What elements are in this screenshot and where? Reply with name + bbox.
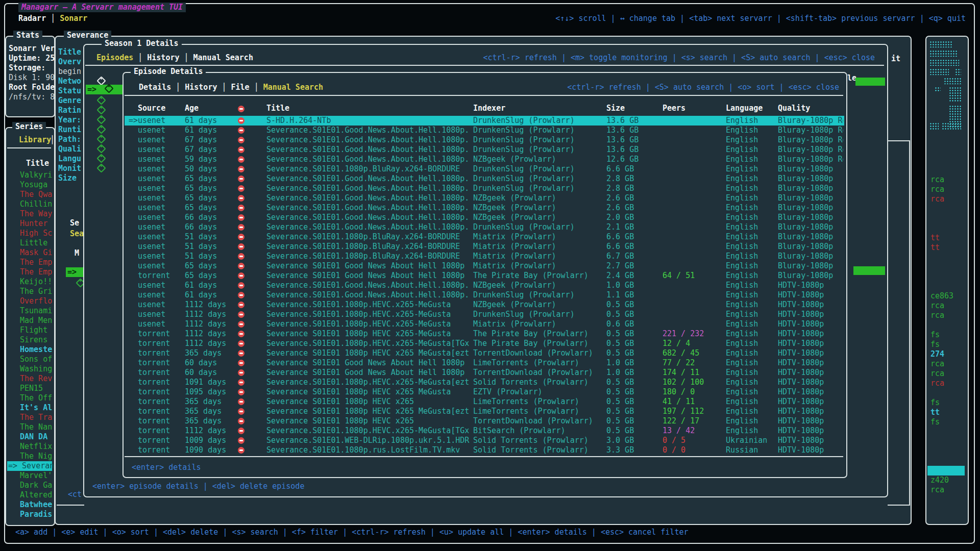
episode-row[interactable]: [98, 155, 105, 164]
series-item[interactable]: Dark Ga: [20, 481, 52, 490]
episode-row[interactable]: [98, 135, 105, 145]
release-row[interactable]: torrent365 daysSeverance S01E01 1080p HE…: [125, 407, 844, 416]
release-row[interactable]: torrent1112 daysSeverance.S01E01.1080p.H…: [125, 426, 844, 436]
release-row[interactable]: usenet65 daysSeverance S01E01 Good News …: [125, 261, 844, 271]
release-row[interactable]: usenet1112 daysSeverance.S01E01.1080p.HE…: [125, 319, 844, 329]
series-item[interactable]: Overflo: [20, 296, 52, 306]
release-indexer: NZBgeek (Prowlarr): [473, 193, 556, 203]
release-row[interactable]: usenet65 daysSeverance.S01E01.Good.News.…: [125, 174, 844, 184]
tag-icon: [96, 105, 106, 114]
tag-icon: [96, 154, 106, 163]
episode-row[interactable]: [98, 145, 105, 155]
release-row[interactable]: usenet67 daysSeverance.S01E01.Good.News.…: [125, 145, 844, 155]
modal-tab-history[interactable]: History: [185, 83, 217, 92]
series-item[interactable]: Washing: [20, 364, 52, 374]
episode-row[interactable]: [98, 106, 105, 116]
series-item[interactable]: Marvel': [20, 471, 52, 481]
series-item[interactable]: Homeste: [20, 345, 52, 355]
release-row[interactable]: usenet66 daysSeverance.S01E01.Good.News.…: [125, 222, 844, 232]
release-row[interactable]: usenet50 daysSeverance.S01E01.1080p.BluR…: [125, 164, 844, 174]
release-row[interactable]: usenet65 daysSeverance.S01E01.Good.News.…: [125, 203, 844, 213]
release-row[interactable]: torrent365 daysSeverance S01E01 1080p HE…: [125, 397, 844, 407]
series-item[interactable]: The Nig: [20, 452, 52, 461]
tab-library[interactable]: Library: [19, 135, 51, 145]
release-size: 0.5 GB: [606, 378, 634, 387]
release-row[interactable]: usenet61 daysSeverance.S01E01.Good.News.…: [125, 126, 844, 135]
series-item[interactable]: The Rev: [20, 374, 52, 384]
series-item[interactable]: PEN15: [20, 384, 43, 393]
release-language: English: [726, 348, 758, 358]
series-item[interactable]: Mad Men: [20, 316, 52, 325]
season-tab-history[interactable]: History: [147, 53, 179, 62]
series-item[interactable]: Altered: [20, 490, 52, 500]
modal-tab-manual-search[interactable]: Manual Search: [263, 83, 323, 92]
series-item[interactable]: The Gri: [20, 287, 52, 296]
series-item[interactable]: Tsunami: [20, 306, 52, 316]
release-row[interactable]: usenet65 daysSeverance.S01E01.Good.News.…: [125, 193, 844, 203]
release-row[interactable]: torrent365 daysSeverance S01E01 1080p HE…: [125, 416, 844, 426]
tab-radarr[interactable]: Radarr: [18, 14, 46, 23]
series-item[interactable]: Paradis: [20, 510, 52, 519]
release-row[interactable]: torrent1112 daysSeverance.S01E01.1080p.H…: [125, 339, 844, 348]
release-row[interactable]: torrent60 daysSeverance S01E01 Good News…: [125, 358, 844, 368]
series-item-selected[interactable]: => Severan: [7, 461, 52, 471]
release-row[interactable]: usenet61 daysSeverance.S01E01.Good.News.…: [125, 290, 844, 300]
series-item[interactable]: The Way: [20, 209, 52, 219]
series-item[interactable]: Keijo!!: [20, 277, 52, 287]
series-item[interactable]: Yosuga: [20, 180, 47, 190]
series-item[interactable]: Chillin: [20, 199, 52, 209]
series-item[interactable]: Sirens: [20, 335, 47, 345]
release-row[interactable]: torrent1112 daysSeverance S01E01 1080p H…: [125, 329, 844, 339]
release-row[interactable]: torrent1091 daysSeverance.S01E01.1080p.H…: [125, 378, 844, 387]
episode-row[interactable]: [98, 164, 105, 174]
episode-row-selected[interactable]: =>: [86, 85, 123, 94]
release-row[interactable]: torrent65 daysSeverance S01E01 Good News…: [125, 271, 844, 281]
column-header: Age: [185, 104, 199, 113]
season-tab-episodes[interactable]: Episodes: [96, 53, 133, 62]
release-row-selected[interactable]: =>usenet61 daysS-HD.H.264-NTbDrunkenSlug…: [125, 116, 844, 126]
series-item[interactable]: DAN DA: [20, 432, 47, 442]
season-tab-manual-search[interactable]: Manual Search: [193, 53, 253, 62]
episode-row[interactable]: [98, 116, 105, 126]
release-row[interactable]: torrent1090 daysSeverance.S01E01.1080p.r…: [125, 445, 844, 455]
release-row[interactable]: usenet67 daysSeverance.S01E01.Good.News.…: [125, 135, 844, 145]
release-row[interactable]: usenet61 daysSeverance.S01E01.Good.News.…: [125, 281, 844, 290]
release-row[interactable]: usenet51 daysSeverance.S01E01.1080p.BluR…: [125, 242, 844, 252]
stats-line: Uptime: 25: [9, 54, 55, 63]
series-item[interactable]: The Nan: [20, 422, 52, 432]
release-quality: HDTV-1080p: [778, 397, 843, 407]
release-row[interactable]: torrent365 daysSeverance S01E01 1080p HE…: [125, 348, 844, 358]
series-item[interactable]: Sons of: [20, 355, 52, 364]
series-item[interactable]: Mask Gi: [20, 248, 52, 258]
release-row[interactable]: usenet51 daysSeverance.S01E01.1080p.BluR…: [125, 252, 844, 261]
release-row[interactable]: usenet51 daysSeverance.S01E01.1080p.BluR…: [125, 232, 844, 242]
series-item[interactable]: The Tra: [20, 413, 52, 422]
series-item[interactable]: High Sc: [20, 229, 52, 238]
release-row[interactable]: torrent60 daysSeverance S01E01 Good News…: [125, 368, 844, 378]
episode-row[interactable]: [98, 96, 105, 106]
series-item[interactable]: It's Al: [20, 403, 52, 413]
release-row[interactable]: usenet1112 daysSeverance.S01E01.1080p.HE…: [125, 300, 844, 310]
modal-tab-file[interactable]: File: [231, 83, 250, 92]
series-item[interactable]: Batwhee: [20, 500, 52, 510]
release-row[interactable]: usenet66 daysSeverance.S01E01.Good.News.…: [125, 213, 844, 222]
release-row[interactable]: torrent1095 daysSeverance S01E01 1080p H…: [125, 387, 844, 397]
modal-keybind-hints: <ctrl-r> refresh | <S> auto search | <o>…: [567, 83, 839, 92]
series-item[interactable]: Hunter: [20, 219, 47, 229]
series-item[interactable]: The Off: [20, 393, 52, 403]
release-row[interactable]: usenet1112 daysSeverance.S01E01.1080p.HE…: [125, 310, 844, 319]
series-item[interactable]: Netflix: [20, 442, 52, 452]
series-item[interactable]: The Emp: [20, 258, 52, 267]
series-item[interactable]: Valkyri: [20, 170, 52, 180]
series-item[interactable]: The Emp: [20, 267, 52, 277]
series-item[interactable]: Flight: [20, 325, 47, 335]
modal-tab-details[interactable]: Details: [139, 83, 171, 92]
tab-sonarr[interactable]: Sonarr: [60, 14, 87, 23]
rejected-icon: [238, 398, 244, 405]
release-row[interactable]: usenet59 daysSeverance.S01E01.Good.News.…: [125, 155, 844, 164]
release-row[interactable]: torrent1009 daysSeverance.S01E01.WEB-DLR…: [125, 436, 844, 445]
release-row[interactable]: usenet65 daysSeverance.S01E01.Good.News.…: [125, 184, 844, 193]
episode-row[interactable]: [98, 126, 105, 135]
series-item[interactable]: Little: [20, 238, 47, 248]
series-item[interactable]: The Qwa: [20, 190, 52, 199]
